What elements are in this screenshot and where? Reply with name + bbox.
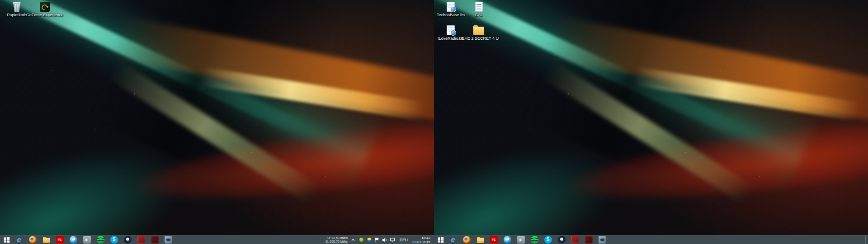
clock-time: 18:42: [412, 236, 430, 240]
dark-red-app-icon: [151, 236, 159, 244]
desktop-icons-left: Papierkorb GeForce Experience: [3, 2, 59, 25]
icon-glyph: S: [547, 237, 550, 242]
desktop-icon-label: Papierkorb: [7, 13, 27, 17]
monitor-left: Papierkorb GeForce Experience: [0, 0, 434, 235]
desktop-icon-label: GeForce Experience: [26, 13, 64, 17]
desktop-icon-geforce-experience[interactable]: GeForce Experience: [31, 2, 59, 25]
taskbar-button-file-explorer[interactable]: [476, 235, 485, 244]
taskbar-button-spotify[interactable]: [530, 235, 539, 244]
taskbar-button-dark-red-app[interactable]: [150, 235, 159, 244]
taskbar-button-skype[interactable]: S: [109, 235, 118, 244]
internet-explorer-icon: e: [449, 236, 457, 244]
media-player-icon: ▶: [83, 236, 91, 244]
taskbar-button-thunderbird[interactable]: [69, 235, 78, 244]
taskbar: e FZ ▶ S: [0, 235, 868, 244]
taskbar-button-internet-explorer[interactable]: e: [448, 235, 458, 244]
taskbar-button-internet-explorer[interactable]: e: [14, 235, 24, 244]
hidden-icons-chevron-icon[interactable]: [351, 238, 355, 242]
steam-icon: [124, 236, 132, 244]
gal-file-icon: [475, 2, 483, 12]
taskbar-button-firefox[interactable]: [28, 235, 37, 244]
taskbar-button-red-app[interactable]: [137, 235, 146, 244]
volume-icon[interactable]: [382, 237, 387, 243]
icon-glyph: e: [451, 236, 455, 244]
taskbar-button-steam[interactable]: [557, 235, 566, 244]
media-player-icon: ▶: [517, 236, 525, 244]
taskbar-button-dark-red-app[interactable]: [584, 235, 593, 244]
skype-icon: S: [110, 236, 118, 244]
taskbar-right-half: e FZ ▶ S: [434, 235, 868, 244]
icon-glyph: FZ: [492, 238, 496, 241]
start-button-right[interactable]: [434, 235, 447, 244]
taskbar-app-row-left: e FZ ▶ S: [14, 235, 173, 244]
icon-glyph: ▶: [85, 238, 88, 241]
file-explorer-icon: [42, 236, 50, 244]
taskbar-button-red-app[interactable]: [571, 235, 580, 244]
network-icon[interactable]: [389, 237, 395, 243]
download-speed: D: 105,70 kbit/s: [326, 240, 348, 244]
taskbar-button-thunderbird[interactable]: [503, 235, 512, 244]
system-tray: U: 32,53 kbit/s D: 105,70 kbit/s: [326, 235, 434, 244]
skype-icon: S: [544, 236, 552, 244]
tray-icons: [359, 237, 395, 243]
taskbar-button-file-explorer[interactable]: [42, 235, 51, 244]
show-desktop-button[interactable]: [865, 235, 868, 244]
dark-red-app-icon: [585, 236, 593, 244]
thunderbird-icon: [504, 236, 511, 244]
recycle-bin-icon: [13, 2, 21, 12]
red-app-icon: [571, 236, 579, 244]
teamspeak-icon: [599, 236, 606, 244]
firefox-icon: [29, 236, 37, 244]
taskbar-button-filezilla[interactable]: FZ: [55, 235, 64, 244]
hehe-2-secret-4-u-icon: [473, 27, 484, 35]
clock-date: 23.07.2015: [412, 240, 430, 244]
icon-glyph: S: [113, 237, 116, 242]
taskbar-button-filezilla[interactable]: FZ: [489, 235, 498, 244]
taskbar-left-half: e FZ ▶ S: [0, 235, 434, 244]
nvidia-tray-icon[interactable]: [359, 237, 364, 243]
teamspeak-icon: [165, 236, 172, 244]
thunderbird-icon: [70, 236, 77, 244]
taskbar-app-row-right: e FZ ▶ S: [448, 235, 607, 244]
desktop-wallpaper: [434, 0, 868, 235]
icon-glyph: ▶: [519, 238, 522, 241]
action-center-flag-icon[interactable]: [374, 237, 380, 243]
spotify-icon: [97, 236, 104, 244]
red-app-icon: [137, 236, 145, 244]
network-speed-readout: U: 32,53 kbit/s D: 105,70 kbit/s: [326, 236, 348, 244]
clock[interactable]: 18:42 23.07.2015: [412, 236, 432, 244]
taskbar-button-skype[interactable]: S: [543, 235, 552, 244]
taskbar-button-firefox[interactable]: [462, 235, 471, 244]
taskbar-button-spotify[interactable]: [96, 235, 105, 244]
filezilla-icon: FZ: [56, 236, 64, 244]
technobase-fm-icon: [447, 2, 455, 12]
upload-speed: U: 32,53 kbit/s: [326, 236, 348, 240]
language-indicator[interactable]: DEU: [398, 238, 409, 242]
security-tray-icon[interactable]: [366, 237, 372, 243]
icon-glyph: e: [17, 236, 21, 244]
internet-explorer-icon: e: [15, 236, 23, 244]
taskbar-button-teamspeak[interactable]: [164, 235, 173, 244]
wallpaper-stars: [434, 0, 868, 235]
filezilla-icon: FZ: [490, 236, 498, 244]
wallpaper-stars: [0, 0, 434, 235]
desktop-icon-gal-file[interactable]: GAL: [465, 2, 493, 25]
windows-logo-icon: [4, 237, 9, 243]
taskbar-button-media-player[interactable]: ▶: [82, 235, 91, 244]
start-button-left[interactable]: [0, 235, 13, 244]
desktop-icon-label: TechnoBase.fm: [437, 13, 465, 17]
file-explorer-icon: [476, 236, 484, 244]
taskbar-button-teamspeak[interactable]: [598, 235, 607, 244]
desktop-icon-label: GAL: [475, 13, 483, 17]
spotify-icon: [531, 236, 538, 244]
firefox-icon: [463, 236, 471, 244]
desktop-icon-technobase-fm[interactable]: TechnoBase.fm: [437, 2, 465, 25]
dual-monitor-desktop: Papierkorb GeForce Experience TechnoBase: [0, 0, 868, 244]
geforce-experience-icon: [40, 2, 50, 12]
taskbar-button-steam[interactable]: [123, 235, 132, 244]
desktop-icon-hehe-2-secret-4-u[interactable]: HEHE 2 SECRET 4 U: [465, 25, 493, 49]
taskbar-button-media-player[interactable]: ▶: [516, 235, 525, 244]
desktop-icon-label: HEHE 2 SECRET 4 U: [459, 36, 499, 41]
desktop-icons-right: TechnoBase.fm ILoveRadio.de GAL HEHE 2 S…: [437, 2, 493, 49]
windows-logo-icon: [438, 237, 443, 243]
